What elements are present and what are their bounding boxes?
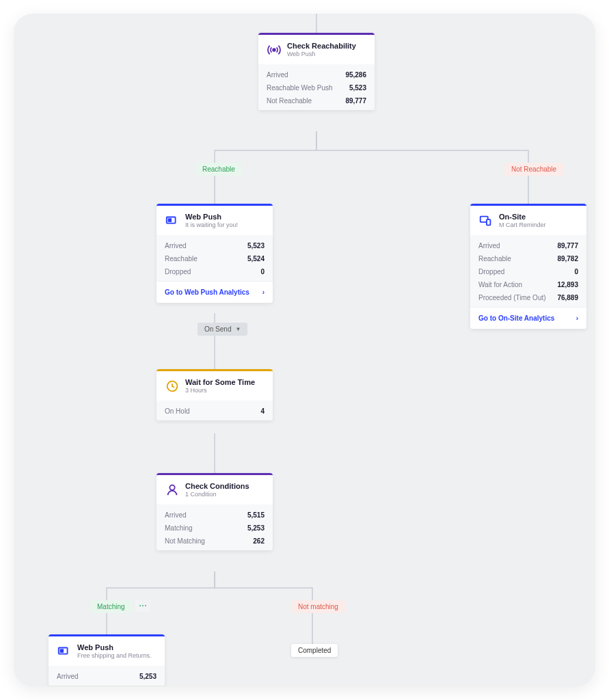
stat-label: Wait for Action <box>478 281 522 288</box>
stat-value: 89,777 <box>345 97 366 105</box>
stat-value: 95,286 <box>345 71 366 79</box>
svg-rect-8 <box>61 649 64 652</box>
branch-label-not-matching: Not matching <box>291 600 345 613</box>
stat-value: 5,515 <box>247 511 265 519</box>
stat-label: Proceeded (Time Out) <box>478 294 546 301</box>
svg-point-6 <box>170 485 174 489</box>
stat-value: 262 <box>253 537 265 545</box>
on-send-dropdown[interactable]: On Send ▼ <box>198 323 247 336</box>
stat-label: Arrived <box>165 511 187 519</box>
svg-rect-4 <box>487 219 491 225</box>
dropdown-label: On Send <box>204 325 231 333</box>
node-check-conditions[interactable]: Check Conditions 1 Condition Arrived5,51… <box>157 473 273 550</box>
stat-value: 0 <box>574 268 578 275</box>
user-icon <box>165 483 180 498</box>
stat-label: Dropped <box>165 268 191 275</box>
stat-label: Arrived <box>478 242 500 250</box>
node-subtitle: Web Push <box>287 51 356 57</box>
analytics-link-on-site[interactable]: Go to On-Site Analytics › <box>470 307 586 329</box>
node-wait[interactable]: Wait for Some Time 3 Hours On Hold4 <box>157 369 273 420</box>
journey-canvas: Check Reachability Web Push Arrived95,28… <box>14 14 595 686</box>
stat-value: 4 <box>260 407 265 415</box>
devices-icon <box>478 213 493 228</box>
node-title: Check Reachability <box>287 42 356 50</box>
stat-value: 89,777 <box>557 242 578 250</box>
branch-label-not-reachable: Not Reachable <box>504 163 563 176</box>
link-text: Go to On-Site Analytics <box>478 314 554 322</box>
svg-point-0 <box>273 49 275 51</box>
chevron-down-icon: ▼ <box>235 326 241 332</box>
node-title: On-Site <box>499 213 546 221</box>
link-text: Go to Web Push Analytics <box>165 288 249 296</box>
stat-label: Arrived <box>165 242 187 250</box>
node-web-push-1[interactable]: Web Push It is waiting for you! Arrived5… <box>157 204 273 303</box>
chevron-right-icon: › <box>576 314 578 322</box>
broadcast-icon <box>267 42 282 57</box>
stat-value: 0 <box>260 268 265 275</box>
node-subtitle: It is waiting for you! <box>185 221 238 228</box>
stat-value: 5,253 <box>247 524 265 532</box>
notification-icon <box>57 644 72 659</box>
stat-label: Reachable <box>478 255 511 262</box>
stat-label: On Hold <box>165 407 190 415</box>
node-title: Wait for Some Time <box>185 378 255 386</box>
branch-options-button[interactable]: ⋯ <box>135 600 150 612</box>
node-title: Web Push <box>185 213 238 221</box>
stat-label: Not Matching <box>165 537 205 545</box>
stat-value: 5,523 <box>349 84 366 92</box>
branch-label-matching: Matching <box>90 600 132 613</box>
node-title: Check Conditions <box>185 482 249 490</box>
node-web-push-2[interactable]: Web Push Free shipping and Returns. Arri… <box>49 634 165 686</box>
stat-label: Reachable Web Push <box>267 84 333 92</box>
node-on-site[interactable]: On-Site M Cart Reminder Arrived89,777 Re… <box>470 204 586 329</box>
branch-label-reachable: Reachable <box>195 163 242 176</box>
node-completed: Completed <box>291 644 338 657</box>
stat-label: Dropped <box>478 268 504 275</box>
stat-value: 5,523 <box>247 242 265 250</box>
svg-rect-2 <box>169 219 172 221</box>
analytics-link-web-push[interactable]: Go to Web Push Analytics › <box>157 281 273 303</box>
node-subtitle: 3 Hours <box>185 387 255 394</box>
stat-label: Matching <box>165 524 193 532</box>
node-subtitle: 1 Condition <box>185 491 249 498</box>
stat-value: 12,893 <box>557 281 578 288</box>
stat-label: Reachable <box>165 255 198 262</box>
clock-icon <box>165 379 180 394</box>
node-check-reachability[interactable]: Check Reachability Web Push Arrived95,28… <box>258 33 375 110</box>
stat-label: Not Reachable <box>267 97 312 105</box>
node-subtitle: Free shipping and Returns. <box>77 652 152 659</box>
node-title: Web Push <box>77 643 152 651</box>
node-subtitle: M Cart Reminder <box>499 221 546 228</box>
stat-label: Arrived <box>57 673 79 680</box>
stat-value: 5,253 <box>139 673 157 680</box>
stat-value: 89,782 <box>557 255 578 262</box>
notification-icon <box>165 213 180 228</box>
stat-label: Arrived <box>267 71 288 79</box>
chevron-right-icon: › <box>262 288 265 296</box>
stat-value: 5,524 <box>247 255 265 262</box>
connector-lines <box>14 14 595 686</box>
stat-value: 76,889 <box>557 294 578 301</box>
